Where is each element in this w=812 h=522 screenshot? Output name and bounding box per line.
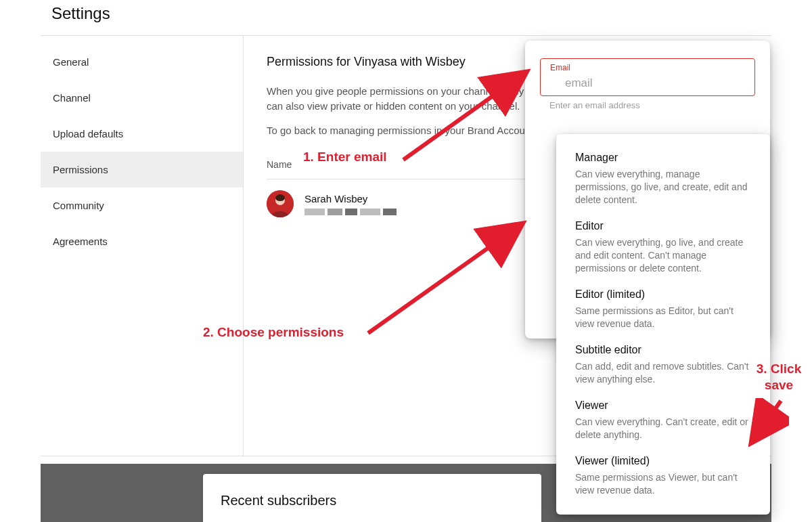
role-title: Viewer (limited) [575, 455, 751, 467]
role-title: Editor [575, 220, 751, 232]
email-field[interactable]: Email email [540, 58, 755, 96]
recent-subscribers-title: Recent subscribers [221, 493, 524, 508]
sidebar-item-channel[interactable]: Channel [41, 80, 243, 116]
annotation-step1: 1. Enter email [303, 150, 387, 165]
role-title: Subtitle editor [575, 344, 751, 356]
role-select-menu: Manager Can view everything, manage perm… [556, 134, 770, 515]
role-title: Editor (limited) [575, 288, 751, 301]
role-desc: Same permissions as Editor, but can't vi… [575, 305, 751, 330]
page-title: Settings [0, 0, 812, 35]
user-name: Sarah Wisbey [304, 193, 397, 204]
role-option-editor-limited[interactable]: Editor (limited) Same permissions as Edi… [556, 276, 770, 332]
column-name: Name [267, 159, 292, 170]
user-info: Sarah Wisbey [304, 193, 397, 215]
sidebar-item-upload-defaults[interactable]: Upload defaults [41, 116, 243, 152]
arrow-icon [365, 218, 531, 341]
email-field-placeholder: email [565, 77, 593, 90]
role-option-viewer[interactable]: Viewer Can view everything. Can't create… [556, 387, 770, 443]
svg-line-3 [368, 227, 517, 333]
email-field-label: Email [550, 63, 570, 72]
svg-line-4 [755, 401, 781, 437]
settings-sidebar: General Channel Upload defaults Permissi… [41, 36, 244, 456]
role-title: Manager [575, 152, 751, 164]
annotation-step3: 3. Click save [746, 361, 812, 393]
avatar [267, 190, 294, 217]
role-desc: Can view everything, go live, and create… [575, 236, 751, 275]
arrow-icon [748, 398, 789, 448]
role-title: Viewer [575, 399, 751, 412]
role-desc: Can add, edit and remove subtitles. Can'… [575, 360, 751, 386]
role-desc: Can view everything, manage permissions,… [575, 168, 751, 206]
role-desc: Same permissions as Viewer, but can't vi… [575, 471, 751, 497]
sidebar-item-permissions[interactable]: Permissions [41, 152, 243, 188]
arrow-icon [401, 66, 536, 169]
sidebar-item-general[interactable]: General [41, 44, 243, 80]
svg-line-2 [403, 76, 521, 160]
role-option-editor[interactable]: Editor Can view everything, go live, and… [556, 208, 770, 276]
role-desc: Can view everything. Can't create, edit … [575, 416, 751, 441]
recent-subscribers-card: Recent subscribers [203, 474, 541, 522]
user-email-redacted [304, 209, 397, 215]
annotation-step2: 2. Choose permissions [203, 325, 344, 340]
role-option-viewer-limited[interactable]: Viewer (limited) Same permissions as Vie… [556, 443, 770, 498]
sidebar-item-agreements[interactable]: Agreements [41, 223, 243, 259]
sidebar-item-community[interactable]: Community [41, 188, 243, 223]
email-field-hint: Enter an email address [540, 100, 755, 110]
role-option-manager[interactable]: Manager Can view everything, manage perm… [556, 137, 770, 208]
role-option-subtitle-editor[interactable]: Subtitle editor Can add, edit and remove… [556, 332, 770, 387]
